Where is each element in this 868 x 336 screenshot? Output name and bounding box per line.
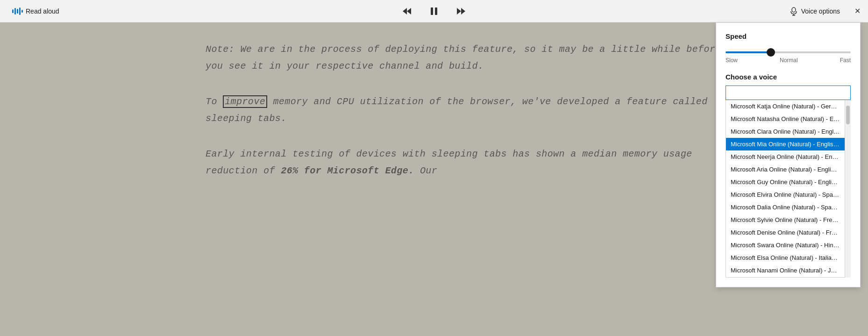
- paragraph-3: Early internal testing of devices with s…: [206, 146, 728, 179]
- voice-item[interactable]: Microsoft Nanami Online (Natural) - Japa…: [726, 264, 845, 277]
- voice-item[interactable]: Microsoft Natasha Online (Natural) - Eng…: [726, 113, 845, 125]
- voice-dropdown: Microsoft Katja Online (Natural) - Germa…: [726, 100, 845, 278]
- read-aloud-button[interactable]: Read aloud: [7, 5, 64, 18]
- voice-item[interactable]: Microsoft SunHi Online (Natural) - Korea…: [726, 277, 845, 278]
- voice-select-display[interactable]: Microsoft Mia Online (Natural) - Engl: [726, 86, 851, 100]
- paragraph-3-bold: 26% for Microsoft Edge.: [281, 165, 420, 176]
- voice-item[interactable]: Microsoft Mia Online (Natural) - English…: [726, 138, 845, 150]
- read-aloud-label: Read aloud: [26, 7, 59, 15]
- dropdown-scrollbar: [845, 100, 851, 278]
- voice-dropdown-container: Microsoft Katja Online (Natural) - Germa…: [726, 100, 851, 278]
- svg-marker-4: [461, 8, 465, 14]
- voice-item[interactable]: Microsoft Guy Online (Natural) - English…: [726, 176, 845, 188]
- paragraph-2-after: memory and CPU utilization of the browse…: [206, 96, 708, 124]
- close-icon: ✕: [854, 7, 861, 15]
- voice-item[interactable]: Microsoft Denise Online (Natural) - Fren…: [726, 226, 845, 239]
- microphone-icon: [789, 7, 798, 16]
- speed-slider-wrapper: [726, 47, 851, 55]
- slow-label: Slow: [726, 57, 738, 64]
- fast-label: Fast: [840, 57, 851, 64]
- voice-item[interactable]: Microsoft Clara Online (Natural) - Engli…: [726, 125, 845, 138]
- svg-rect-2: [431, 7, 433, 15]
- skip-forward-button[interactable]: [454, 4, 468, 18]
- paragraph-2: To improve memory and CPU utilization of…: [206, 93, 728, 127]
- voice-item[interactable]: Microsoft Neerja Online (Natural) - Engl…: [726, 150, 845, 163]
- paragraph-1: Note: We are in the process of deploying…: [206, 41, 728, 75]
- svg-rect-3: [435, 7, 437, 15]
- voice-options-button[interactable]: Voice options: [783, 4, 846, 19]
- voice-item[interactable]: Microsoft Katja Online (Natural) - Germa…: [726, 100, 845, 113]
- paragraph-3-after: Our: [420, 165, 437, 176]
- speed-label: Speed: [726, 32, 851, 40]
- slider-labels: Slow Normal Fast: [726, 57, 851, 64]
- paragraph-2-before: To: [206, 96, 217, 107]
- voice-item[interactable]: Microsoft Sylvie Online (Natural) - Fren…: [726, 214, 845, 226]
- voice-item[interactable]: Microsoft Elvira Online (Natural) - Span…: [726, 188, 845, 201]
- choose-voice-label: Choose a voice: [726, 73, 851, 81]
- voice-panel: Speed Slow Normal Fast Choose a voice Mi…: [716, 22, 861, 287]
- close-button[interactable]: ✕: [852, 4, 863, 18]
- paragraph-3-before: Early internal testing of devices with s…: [206, 149, 692, 176]
- voice-item[interactable]: Microsoft Dalia Online (Natural) - Spani…: [726, 201, 845, 214]
- pause-button[interactable]: [427, 4, 441, 18]
- highlighted-word: improve: [223, 95, 267, 108]
- speed-section: Speed Slow Normal Fast: [726, 32, 851, 64]
- voice-item[interactable]: Microsoft Elsa Online (Natural) - Italia…: [726, 251, 845, 264]
- voice-item[interactable]: Microsoft Aria Online (Natural) - Englis…: [726, 163, 845, 176]
- svg-marker-1: [407, 8, 411, 14]
- svg-point-6: [792, 7, 796, 12]
- voice-options-label: Voice options: [801, 7, 840, 15]
- normal-label: Normal: [780, 57, 798, 64]
- article-text: Note: We are in the process of deploying…: [206, 41, 728, 179]
- skip-back-button[interactable]: [400, 4, 414, 18]
- sound-wave-icon: [12, 7, 23, 15]
- svg-marker-0: [403, 8, 407, 14]
- top-bar: Read aloud: [0, 0, 868, 22]
- voice-item[interactable]: Microsoft Swara Online (Natural) - Hindi…: [726, 239, 845, 251]
- scrollbar-thumb: [846, 106, 850, 124]
- svg-marker-5: [457, 8, 461, 14]
- playback-controls: [400, 4, 468, 18]
- speed-slider[interactable]: [726, 51, 851, 53]
